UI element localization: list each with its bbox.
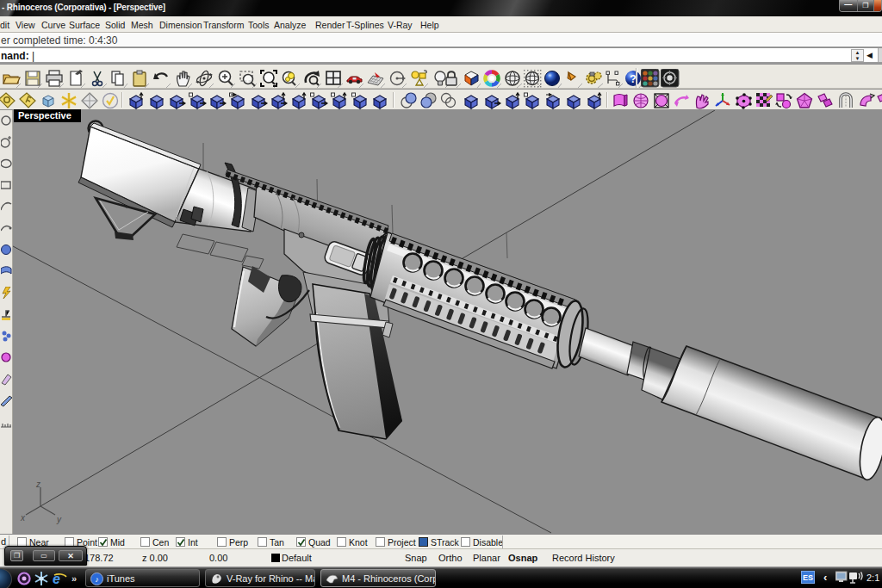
svg-text:y: y	[56, 515, 62, 524]
svg-text:»: »	[71, 573, 77, 584]
svg-text:x: x	[20, 513, 26, 523]
svg-text:♪: ♪	[95, 575, 99, 584]
svg-text:z: z	[35, 480, 40, 489]
